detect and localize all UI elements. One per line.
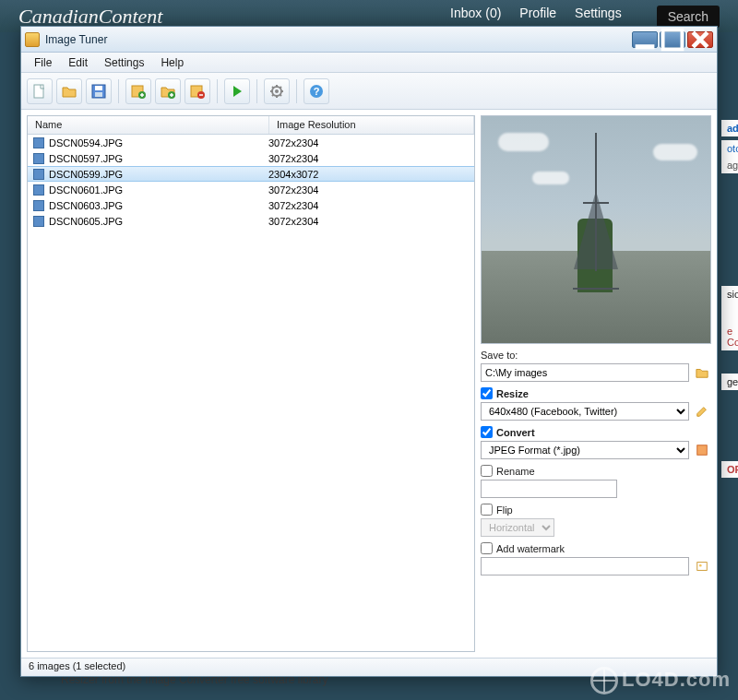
remove-icon[interactable] (184, 78, 210, 104)
watermark-label: Add watermark (496, 543, 565, 554)
svg-rect-0 (636, 44, 655, 49)
menu-file[interactable]: File (27, 54, 59, 71)
file-icon (33, 169, 44, 180)
window-title: Image Tuner (45, 33, 107, 46)
titlebar[interactable]: Image Tuner (21, 27, 717, 53)
file-name: DSCN0597.JPG (49, 153, 268, 164)
convert-label: Convert (496, 427, 535, 438)
site-watermark: LO4D.com (590, 667, 731, 694)
browse-folder-icon[interactable] (693, 363, 711, 382)
flip-select[interactable]: Horizontal (481, 518, 554, 537)
nav-search[interactable]: Search (657, 6, 720, 28)
rename-checkbox[interactable] (481, 465, 493, 477)
file-list[interactable]: DSCN0594.JPG3072x2304DSCN0597.JPG3072x23… (28, 135, 474, 651)
col-name[interactable]: Name (28, 116, 269, 134)
save-to-section: Save to: (481, 350, 711, 382)
convert-options-icon[interactable] (693, 441, 711, 459)
save-icon[interactable] (86, 78, 112, 104)
convert-select[interactable]: JPEG Format (*.jpg) (481, 441, 689, 459)
close-button[interactable] (687, 31, 713, 48)
menu-settings[interactable]: Settings (97, 54, 151, 71)
file-name: DSCN0601.JPG (49, 184, 268, 196)
file-resolution: 3072x2304 (268, 153, 318, 164)
watermark-checkbox[interactable] (481, 542, 493, 554)
svg-rect-1 (663, 30, 683, 49)
svg-rect-5 (95, 92, 102, 97)
svg-rect-15 (697, 445, 708, 456)
bg-text: ge (721, 374, 738, 390)
app-icon (25, 32, 40, 47)
file-icon (33, 137, 44, 148)
file-resolution: 2304x3072 (268, 169, 318, 180)
edit-resize-icon[interactable] (693, 402, 711, 421)
watermark-browse-icon[interactable] (693, 557, 711, 575)
svg-rect-4 (95, 86, 102, 90)
column-headers: Name Image Resolution (28, 116, 474, 135)
bg-text: oto (721, 140, 738, 157)
resize-section: Resize 640x480 (Facebook, Twitter) (481, 387, 711, 421)
flip-checkbox[interactable] (481, 504, 493, 516)
bg-text: sio (721, 286, 738, 323)
rename-section: Rename (481, 465, 711, 498)
nav-settings[interactable]: Settings (575, 6, 622, 28)
new-file-icon[interactable] (27, 78, 53, 104)
file-list-panel: Name Image Resolution DSCN0594.JPG3072x2… (27, 115, 475, 652)
convert-section: Convert JPEG Format (*.jpg) (481, 426, 711, 459)
maximize-button[interactable] (660, 31, 685, 48)
menu-edit[interactable]: Edit (61, 54, 95, 71)
svg-text:?: ? (314, 86, 320, 97)
table-row[interactable]: DSCN0597.JPG3072x2304 (28, 150, 474, 166)
table-row[interactable]: DSCN0601.JPG3072x2304 (28, 182, 474, 197)
menu-help[interactable]: Help (153, 54, 191, 71)
bg-text: ad (721, 120, 738, 136)
table-row[interactable]: DSCN0599.JPG2304x3072 (28, 166, 474, 182)
file-resolution: 3072x2304 (268, 216, 318, 227)
run-icon[interactable] (224, 78, 250, 104)
bg-text: OR (721, 461, 738, 478)
file-name: DSCN0594.JPG (49, 137, 268, 148)
save-to-label: Save to: (481, 350, 711, 361)
file-name: DSCN0599.JPG (49, 169, 268, 180)
flip-section: Flip Horizontal (481, 504, 711, 537)
col-resolution[interactable]: Image Resolution (269, 116, 474, 134)
svg-point-12 (275, 89, 279, 93)
file-name: DSCN0603.JPG (49, 200, 268, 211)
file-resolution: 3072x2304 (268, 184, 318, 196)
file-resolution: 3072x2304 (268, 137, 318, 148)
nav-profile[interactable]: Profile (519, 6, 556, 28)
add-file-icon[interactable] (125, 78, 151, 104)
watermark-input[interactable] (481, 557, 689, 575)
rename-input[interactable] (481, 480, 617, 498)
right-panel: Save to: Resize 640x480 (Facebook, Twitt… (481, 115, 711, 652)
svg-rect-2 (34, 85, 43, 98)
table-row[interactable]: DSCN0594.JPG3072x2304 (28, 135, 474, 150)
toolbar: ? (21, 73, 717, 110)
menu-bar: File Edit Settings Help (21, 53, 717, 73)
gear-icon[interactable] (264, 78, 290, 104)
resize-select[interactable]: 640x480 (Facebook, Twitter) (481, 402, 689, 421)
table-row[interactable]: DSCN0605.JPG3072x2304 (28, 213, 474, 229)
resize-checkbox[interactable] (481, 387, 493, 399)
table-row[interactable]: DSCN0603.JPG3072x2304 (28, 197, 474, 213)
rename-label: Rename (496, 466, 535, 477)
help-icon[interactable]: ? (304, 78, 329, 104)
flip-label: Flip (496, 504, 513, 516)
open-folder-icon[interactable] (56, 78, 82, 104)
add-folder-icon[interactable] (155, 78, 181, 104)
site-logo: CanadianContent (18, 5, 162, 29)
bg-text: age (721, 157, 738, 173)
minimize-button[interactable] (632, 31, 658, 48)
file-icon (33, 153, 44, 164)
file-icon (33, 184, 44, 196)
watermark-section: Add watermark (481, 542, 711, 575)
svg-point-17 (699, 564, 702, 567)
bg-text: e Co (721, 323, 738, 350)
site-nav: Inbox (0) Profile Settings Search (450, 6, 720, 28)
nav-inbox[interactable]: Inbox (0) (450, 6, 501, 28)
app-window: Image Tuner File Edit Settings Help ? Na… (20, 26, 718, 677)
convert-checkbox[interactable] (481, 426, 493, 438)
file-icon (33, 216, 44, 227)
file-resolution: 3072x2304 (268, 200, 318, 211)
preview-image (481, 115, 711, 344)
save-to-input[interactable] (481, 363, 689, 382)
